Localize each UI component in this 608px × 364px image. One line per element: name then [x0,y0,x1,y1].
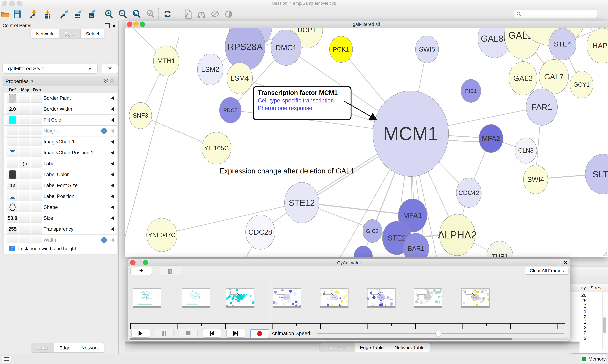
skip-to-end-button[interactable] [226,329,245,338]
tab-style[interactable]: Style [59,29,81,38]
resize-grip[interactable] [601,250,607,256]
default-cell[interactable] [7,116,18,124]
default-cell[interactable]: 255 [7,225,18,234]
bypass-cell[interactable] [31,214,42,223]
network-node-gic2[interactable]: GIC2 [363,219,382,243]
export-network-icon[interactable] [60,9,69,19]
network-node-lsm4[interactable]: LSM4 [227,63,253,94]
status-menu-button[interactable] [2,355,11,363]
stop-button[interactable] [179,329,198,338]
refresh-icon[interactable] [163,9,172,19]
zoom-fit-icon[interactable] [132,9,141,19]
expand-arrow-icon[interactable] [111,173,114,176]
expand-arrow-icon[interactable] [111,205,114,209]
info-icon[interactable]: i [101,237,107,243]
mapping-cell[interactable] [19,127,30,135]
search-input[interactable] [514,9,597,18]
bypass-cell[interactable] [31,105,42,114]
bypass-cell[interactable] [31,170,42,179]
properties-header[interactable]: Properties [3,76,118,86]
network-node-yil105c[interactable]: YIL105C [202,132,231,164]
mapping-cell[interactable] [19,181,30,190]
default-cell[interactable]: 12 [7,181,18,190]
default-cell[interactable] [7,137,18,146]
default-cell[interactable] [7,192,18,201]
property-row-label-color[interactable]: Label Color [4,169,117,180]
default-cell[interactable] [7,127,18,135]
table-cell-value[interactable]: 25 [570,298,602,303]
bypass-cell[interactable] [31,181,42,190]
table-cell-value[interactable]: 2 [570,314,602,319]
network-canvas[interactable]: DCP1RPS28ADMC1PCK1SWI5GAL80GAL11STE4HAP2… [125,28,608,257]
mapping-cell[interactable] [19,148,30,157]
network-node-ynl047c[interactable]: YNL047C [146,218,177,252]
mapping-cell[interactable]: ⋮› [19,159,30,168]
table-column-header[interactable]: ity [570,285,586,290]
network-node-ste4[interactable]: STE4 [549,28,576,60]
default-cell[interactable] [7,236,18,245]
network-snapshot-icon[interactable] [183,9,192,19]
expand-arrow-icon[interactable] [111,118,114,122]
scrollbar-thumb[interactable] [129,338,512,340]
mapping-cell[interactable] [19,137,30,146]
hide-details-icon[interactable] [210,9,220,19]
play-button[interactable] [131,329,150,338]
mapping-cell[interactable] [19,170,30,179]
property-row-label[interactable]: ⋮›Label [4,158,117,169]
bypass-cell[interactable] [31,148,42,157]
tab-select[interactable]: Select [81,29,105,38]
zoom-selected-icon[interactable] [146,9,155,19]
expand-arrow-icon[interactable] [111,162,114,166]
default-cell[interactable] [7,94,18,103]
network-node-mth1[interactable]: MTH1 [153,46,179,76]
table-cell-value[interactable]: 2 [570,303,602,309]
property-row-fill-color[interactable]: Fill Color [4,115,117,126]
table-cell-value[interactable]: 2 [570,336,602,341]
expand-arrow-icon[interactable] [111,140,114,144]
tab-node-table[interactable]: Node Table [320,343,355,352]
record-button[interactable] [250,329,269,338]
table-cell-value[interactable]: 1 [570,309,602,314]
close-panel-icon[interactable]: ✕ [112,23,116,29]
canvas-text-annotation[interactable]: Expression change after deletion of GAL1 [220,167,354,175]
playhead[interactable] [271,277,271,324]
scrollbar-thumb[interactable] [603,317,606,333]
property-row-transparency[interactable]: 255Transparency [4,224,117,235]
annotation-link-2[interactable]: Pheromone response [258,105,346,111]
property-row-border-paint[interactable]: Border Paint [4,93,117,104]
bypass-cell[interactable] [31,116,42,124]
tab-edge[interactable]: Edge [54,343,76,352]
expand-arrow-icon[interactable] [111,129,114,133]
table-cell-value[interactable]: 2 [570,319,602,325]
tab-edge-table[interactable]: Edge Table [355,343,389,352]
default-cell[interactable] [7,203,18,212]
clear-all-frames-button[interactable]: Clear All Frames [525,267,568,274]
network-node-pis1[interactable]: PIS1 [461,79,481,103]
animation-speed-slider[interactable] [317,333,564,334]
bypass-cell[interactable] [31,192,42,201]
import-network-icon[interactable] [29,9,39,19]
info-icon[interactable]: i [101,128,107,134]
bypass-cell[interactable] [31,127,42,135]
mapping-cell[interactable] [19,203,30,212]
binoculars-icon[interactable] [197,9,206,19]
timeline-scrollbar[interactable] [129,338,569,340]
cyanimator-timeline[interactable]: MCM1MCM1MCM1MCM1MCM1MCM1 0123456789Secon… [128,275,570,329]
network-node-cdc42[interactable]: CDC42 [456,178,482,208]
default-cell[interactable] [7,148,18,157]
cyanimator-titlebar[interactable]: CyAnimator [128,259,570,266]
table-cell-value[interactable]: 2 [570,330,602,336]
open-icon[interactable] [0,9,10,19]
network-node-pck1[interactable]: PCK1 [329,36,353,63]
tab-network[interactable]: Network [76,343,104,352]
network-node-swi5[interactable]: SWI5 [415,36,439,63]
default-cell[interactable] [7,170,18,179]
delete-frame-button[interactable] [159,267,181,275]
mapping-cell[interactable] [19,192,30,201]
property-row-height[interactable]: Heighti [4,126,117,136]
network-node-snf3[interactable]: SNF3 [129,102,152,129]
expand-arrow-icon[interactable] [111,151,114,155]
expand-arrow-icon[interactable] [111,216,114,220]
mapping-cell[interactable] [19,105,30,114]
export-image-icon[interactable] [87,9,96,19]
